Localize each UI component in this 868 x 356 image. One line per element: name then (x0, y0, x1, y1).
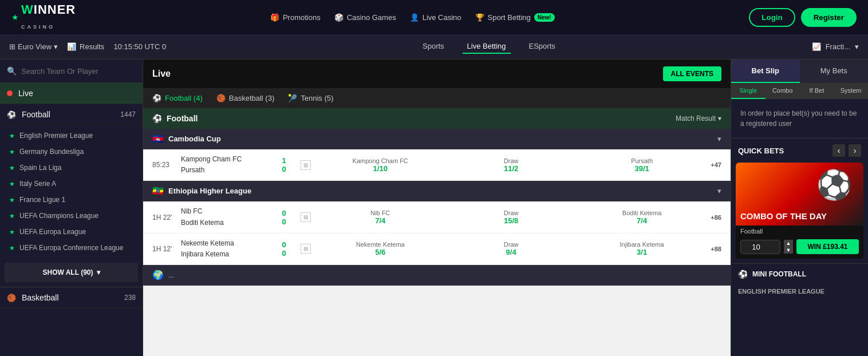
quick-bets-prev-button[interactable]: ‹ (833, 144, 845, 157)
nav-sport-betting[interactable]: 🏆 Sport Betting New! (475, 13, 555, 22)
quick-bets-next-button[interactable]: › (849, 144, 861, 157)
home-bet-odd[interactable]: 7/4 (375, 216, 385, 225)
draw-bet-cell[interactable]: Draw 11/2 (447, 157, 575, 173)
show-all-button[interactable]: SHOW ALL (90) ▾ (5, 263, 138, 282)
league-item-ligue1[interactable]: ★ France Ligue 1 (0, 192, 143, 208)
sub-nav-left: ⊞ Euro View ▾ 📊 Results 10:15:50 UTC 0 (9, 42, 166, 51)
more-bets-button[interactable]: +88 (711, 246, 721, 252)
sport-betting-icon: 🏆 (475, 13, 484, 22)
sidebar-football-item[interactable]: ⚽ Football 1447 (0, 104, 143, 125)
tab-my-bets[interactable]: My Bets (800, 60, 869, 83)
league-ethiopia-higher: 🇪🇹 Ethiopia Higher League ▾ 1H 22' Nib F… (143, 181, 731, 265)
collapse-ethiopia-button[interactable]: ▾ (717, 187, 721, 195)
combo-stepper: ▲ ▼ (784, 240, 793, 254)
away-bet-odd[interactable]: 7/4 (637, 216, 647, 225)
league-item-bundesliga[interactable]: ★ Germany Bundesliga (0, 144, 143, 160)
tab-live-betting[interactable]: Live Betting (463, 39, 511, 54)
fraction-dropdown[interactable]: 📈 Fracti... ▾ (812, 42, 859, 51)
right-panel: Bet Slip My Bets Single Combo If Bet Sys… (731, 60, 868, 356)
draw-bet-odd[interactable]: 15/8 (504, 216, 518, 225)
euro-view-dropdown[interactable]: ⊞ Euro View ▾ (9, 42, 58, 51)
sidebar-basketball-item[interactable]: 🏀 Basketball 238 (0, 287, 143, 308)
league-item-ucl[interactable]: ★ UEFA Champions League (0, 208, 143, 224)
away-bet-cell[interactable]: Pursath 39/1 (578, 157, 706, 173)
search-box: 🔍 (0, 60, 143, 83)
nav-casino-games[interactable]: 🎲 Casino Games (334, 13, 396, 22)
tab-bet-slip[interactable]: Bet Slip (731, 60, 800, 83)
league-item-laliga[interactable]: ★ Spain La Liga (0, 160, 143, 176)
home-bet-odd[interactable]: 1/10 (373, 164, 388, 173)
stepper-down-button[interactable]: ▼ (784, 247, 793, 254)
nav-live-casino[interactable]: 👤 Live Casino (410, 13, 461, 22)
nav-links: 🎁 Promotions 🎲 Casino Games 👤 Live Casin… (270, 13, 555, 22)
collapse-cambodia-button[interactable]: ▾ (717, 135, 721, 143)
quick-bets-header: QUICK BETS ‹ › (731, 138, 868, 163)
star-icon: ★ (9, 132, 15, 140)
sport-tab-basketball[interactable]: 🏀 Basketball (3) (216, 94, 274, 102)
bet-type-combo[interactable]: Combo (766, 83, 800, 99)
bet-type-ifbet[interactable]: If Bet (800, 83, 834, 99)
combo-amount-input[interactable] (740, 240, 780, 254)
promotions-icon: 🎁 (270, 13, 279, 22)
results-chart-icon: 📊 (67, 42, 76, 51)
sidebar-football-label: Football (22, 110, 120, 119)
logo[interactable]: ★ WINNERCASINO (11, 2, 76, 32)
combo-win-button[interactable]: WIN £193.41 (796, 239, 859, 254)
home-bet-cell[interactable]: Nekemte Ketema 5/6 (316, 241, 444, 256)
draw-bet-cell[interactable]: Draw 15/8 (447, 209, 575, 225)
register-button[interactable]: Register (801, 8, 857, 27)
football-section-icon: ⚽ (152, 114, 162, 123)
match-result-dropdown[interactable]: Match Result ▾ (676, 114, 721, 122)
bet-type-system[interactable]: System (834, 83, 868, 99)
match-score: 0 0 (273, 240, 295, 258)
league-laliga-label: Spain La Liga (19, 164, 61, 172)
sidebar-live-item[interactable]: Live (0, 83, 143, 104)
away-bet-odd[interactable]: 3/1 (637, 248, 647, 256)
home-bet-odd[interactable]: 5/6 (375, 248, 385, 256)
login-button[interactable]: Login (749, 8, 795, 27)
home-bet-cell[interactable]: Nib FC 7/4 (316, 209, 444, 225)
away-bet-cell[interactable]: Injibara Ketema 3/1 (578, 241, 706, 256)
live-casino-icon: 👤 (410, 13, 419, 22)
bet-type-single[interactable]: Single (731, 83, 766, 99)
match-result-label: Match Result (676, 114, 716, 122)
main-content: Live ALL EVENTS ⚽ Football (4) 🏀 Basketb… (143, 60, 731, 356)
logo-text: WINNERCASINO (21, 2, 76, 32)
tab-sports[interactable]: Sports (418, 39, 449, 54)
all-events-button[interactable]: ALL EVENTS (663, 66, 721, 81)
more-bets-button[interactable]: +86 (711, 214, 721, 221)
league-uecl-label: UEFA Europa Conference League (19, 244, 123, 252)
football-tab-icon: ⚽ (152, 94, 161, 102)
stepper-up-button[interactable]: ▲ (784, 240, 793, 247)
away-bet-odd[interactable]: 39/1 (634, 164, 649, 173)
league-item-epl[interactable]: ★ English Premier League (0, 128, 143, 144)
sport-tab-tennis[interactable]: 🎾 Tennis (5) (288, 94, 333, 102)
league-item-uecl[interactable]: ★ UEFA Europa Conference League (0, 240, 143, 256)
league-item-seriea[interactable]: ★ Italy Serie A (0, 176, 143, 192)
score-divider: ⊞ (295, 160, 316, 170)
home-bet-team-label: Nekemte Ketema (356, 241, 405, 248)
bet-options: Nib FC 7/4 Draw 15/8 Boditi Ketema 7/4 (316, 209, 706, 225)
search-input[interactable] (21, 67, 136, 76)
euro-view-icon: ⊞ (9, 42, 15, 51)
draw-bet-cell[interactable]: Draw 9/4 (447, 241, 575, 256)
results-button[interactable]: 📊 Results (67, 42, 104, 51)
live-dot-icon (7, 90, 13, 96)
more-bets-button[interactable]: +47 (711, 161, 721, 168)
sport-tab-football[interactable]: ⚽ Football (4) (152, 94, 203, 102)
ethiopia-flag-icon: 🇪🇹 (152, 185, 164, 196)
away-bet-team-label: Injibara Ketema (620, 241, 664, 248)
fraction-chevron-icon: ▾ (855, 42, 859, 51)
tab-esports[interactable]: ESports (524, 39, 560, 54)
home-bet-cell[interactable]: Kampong Cham FC 1/10 (316, 157, 444, 173)
combo-ball-icon: ⚽ (816, 168, 852, 201)
basketball-icon: 🏀 (7, 294, 16, 302)
quick-bets-nav: ‹ › (833, 144, 861, 157)
nav-promotions[interactable]: 🎁 Promotions (270, 13, 321, 22)
away-bet-cell[interactable]: Boditi Ketema 7/4 (578, 209, 706, 225)
tennis-tab-icon: 🎾 (288, 94, 297, 102)
league-item-uel[interactable]: ★ UEFA Europa League (0, 224, 143, 240)
draw-bet-odd[interactable]: 9/4 (506, 248, 516, 256)
draw-bet-odd[interactable]: 11/2 (504, 164, 518, 173)
cambodia-cup-name: 🇰🇭 Cambodia Cup (152, 133, 221, 144)
